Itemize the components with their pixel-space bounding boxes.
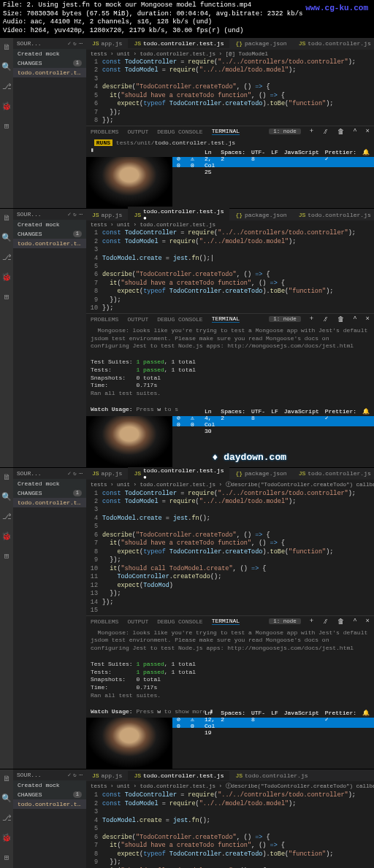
search-icon[interactable]: 🔍 (1, 794, 12, 803)
tab-ctrl[interactable]: JStodo.controller.js (293, 469, 374, 478)
breadcrumb[interactable]: tests › unit › todo.controller.test.js ›… (86, 480, 374, 490)
changes-label: CHANGES (18, 60, 42, 66)
status-spaces[interactable]: Spaces: 2 (221, 149, 245, 175)
term-max-icon[interactable]: ^ (353, 128, 356, 135)
ext-icon[interactable]: ⊞ (4, 853, 9, 862)
search-icon[interactable]: 🔍 (1, 62, 12, 72)
scm-icon[interactable]: ⎇ (2, 512, 12, 521)
status-ln[interactable]: Ln 2, Col 25 (205, 149, 215, 175)
debug-icon[interactable]: 🐞 (1, 272, 12, 282)
media-metadata: File: 2. Using jest.fn to mock our Mongo… (0, 0, 374, 37)
pt-debug[interactable]: DEBUG CONSOLE (157, 128, 202, 135)
status-errors[interactable]: ⊘ 0 (177, 155, 183, 169)
status-prettier[interactable]: Prettier: ✓ (325, 149, 356, 175)
sidebar: SOUR...✓↻⋯ Created mock CHANGES1 todo.co… (13, 769, 86, 868)
term-max-icon[interactable]: ^ (353, 315, 356, 323)
debug-icon[interactable]: 🐞 (1, 833, 12, 842)
webcam-overlay (86, 416, 172, 467)
changes-header[interactable]: CHANGES 1 (13, 58, 86, 68)
changes-count: 1 (73, 60, 82, 66)
more-icon[interactable]: ⋯ (79, 40, 83, 47)
terminal-selector[interactable]: 1: node (269, 128, 301, 134)
commit-msg[interactable]: Created mock (13, 220, 86, 229)
refresh-icon[interactable]: ↻ (73, 40, 77, 47)
pt-debug[interactable]: DEBUG CONSOLE (157, 316, 202, 323)
editor-1: JSapp.js JStodo.controller.test.js {}pac… (86, 38, 374, 157)
breadcrumb[interactable]: tests › unit › todo.controller.test.js (86, 220, 374, 229)
code-area[interactable]: 12345678 const TodoController = require(… (86, 58, 374, 126)
activity-bar: 🗎 🔍 ⎇ 🐞 ⊞ (0, 38, 13, 208)
status-warn[interactable]: ⚠ 0 (191, 155, 197, 169)
pt-problems[interactable]: PROBLEMS (91, 128, 118, 135)
pt-terminal[interactable]: TERMINAL (212, 315, 240, 323)
term-close-icon[interactable]: × (366, 315, 370, 323)
activity-bar: 🗎 🔍 ⎇ 🐞 ⊞ (0, 209, 13, 466)
changed-file[interactable]: todo.controller.t... M (13, 239, 86, 248)
changes-header[interactable]: CHANGES1 (13, 229, 86, 239)
commit-msg[interactable]: Created mock (13, 49, 86, 58)
runs-badge: RUNS (94, 139, 112, 146)
ext-icon[interactable]: ⊞ (4, 121, 9, 131)
search-icon[interactable]: 🔍 (1, 492, 12, 502)
status-eol[interactable]: LF (271, 149, 278, 175)
check-icon[interactable]: ✓ (68, 40, 72, 47)
sidebar: SOUR... ✓↻⋯ Created mock CHANGES 1 todo.… (13, 38, 86, 208)
term-trash-icon[interactable]: 🗑 (337, 315, 344, 323)
ext-icon[interactable]: ⊞ (4, 292, 9, 302)
term-split-icon[interactable]: ⫽ (322, 128, 329, 136)
status-bell-icon[interactable]: 🔔 (362, 408, 370, 434)
webcam-overlay (86, 157, 172, 208)
sidebar: SOUR...✓↻⋯ Created mock CHANGES1 todo.co… (13, 209, 86, 466)
tab-test[interactable]: JStodo.controller.test.js (128, 771, 229, 780)
pane-1: 🗎 🔍 ⎇ 🐞 ⊞ SOUR... ✓↻⋯ Created mock CHANG… (0, 37, 374, 208)
ext-icon[interactable]: ⊞ (4, 551, 9, 561)
pt-terminal[interactable]: TERMINAL (212, 128, 240, 135)
status-bar-3: ⊘ 0⚠ 0 Ln 12, Col 19 Spaces: 2 UTF-8 LF … (172, 718, 374, 728)
tab-app[interactable]: JSapp.js (86, 210, 128, 220)
files-icon[interactable]: 🗎 (3, 42, 11, 52)
pt-problems[interactable]: PROBLEMS (91, 316, 118, 323)
tab-app[interactable]: JSapp.js (86, 469, 128, 478)
terminal-3[interactable]: Mongoose: looks like you're trying to te… (86, 627, 374, 718)
breadcrumb[interactable]: tests › unit › todo.controller.test.js ›… (86, 50, 374, 58)
tab-pkg[interactable]: {}package.json (229, 469, 292, 478)
sidebar: SOUR...✓↻⋯ Created mock CHANGES1 todo.co… (13, 468, 86, 769)
tab-app[interactable]: JSapp.js (86, 771, 128, 780)
debug-icon[interactable]: 🐞 (1, 531, 12, 541)
pane-3: 🗎🔍⎇🐞⊞ SOUR...✓↻⋯ Created mock CHANGES1 t… (0, 467, 374, 769)
files-icon[interactable]: 🗎 (3, 213, 11, 223)
panel-tabs: PROBLEMS OUTPUT DEBUG CONSOLE TERMINAL 1… (86, 126, 374, 137)
pane-2: 🗎 🔍 ⎇ 🐞 ⊞ SOUR...✓↻⋯ Created mock CHANGE… (0, 208, 374, 466)
tab-ctrl[interactable]: JStodo.controller.js (293, 210, 374, 220)
scm-icon[interactable]: ⎇ (2, 253, 12, 262)
scm-icon[interactable]: ⎇ (2, 813, 12, 823)
pt-output[interactable]: OUTPUT (127, 316, 148, 323)
term-new-icon[interactable]: + (310, 315, 313, 323)
tab-pkg[interactable]: {}package.json (229, 39, 292, 48)
files-icon[interactable]: 🗎 (3, 774, 11, 783)
status-enc[interactable]: UTF-8 (251, 149, 265, 175)
terminal-selector[interactable]: 1: node (269, 316, 301, 322)
terminal-2[interactable]: Mongoose: looks like you're trying to te… (86, 325, 374, 416)
term-split-icon[interactable]: ⫽ (322, 315, 329, 323)
files-icon[interactable]: 🗎 (3, 472, 11, 482)
status-bell-icon[interactable]: 🔔 (362, 149, 370, 175)
term-new-icon[interactable]: + (310, 128, 313, 135)
code-area[interactable]: 12345678910 const TodoController = requi… (86, 229, 374, 313)
tab-test[interactable]: JStodo.controller.test.js (128, 39, 229, 48)
debug-icon[interactable]: 🐞 (1, 101, 12, 111)
search-icon[interactable]: 🔍 (1, 233, 12, 242)
changed-file[interactable]: todo.controller.t... M (13, 68, 86, 77)
breadcrumb[interactable]: tests › unit › todo.controller.test.js ›… (86, 781, 374, 791)
status-lang[interactable]: JavaScript (284, 149, 319, 175)
code-body[interactable]: const TodoController = require("../../co… (102, 58, 374, 126)
meta-audio: Audio: aac, 44100 Hz, 2 channels, s16, 1… (3, 18, 371, 27)
term-close-icon[interactable]: × (366, 128, 370, 135)
tab-app[interactable]: JSapp.js (86, 39, 128, 48)
tab-ctrl[interactable]: JStodo.controller.js (229, 771, 313, 780)
scm-icon[interactable]: ⎇ (2, 82, 12, 91)
pt-output[interactable]: OUTPUT (127, 128, 148, 135)
tab-ctrl[interactable]: JStodo.controller.js (293, 39, 374, 48)
term-trash-icon[interactable]: 🗑 (337, 128, 344, 136)
tab-pkg[interactable]: {}package.json (229, 210, 292, 220)
